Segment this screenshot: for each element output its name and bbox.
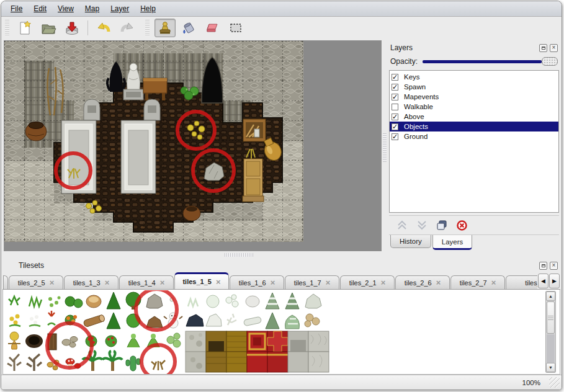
layer-row-spawn[interactable]: ✓ Spawn <box>390 82 558 92</box>
restore-icon <box>542 264 545 267</box>
scrollbar-track[interactable] <box>547 334 555 363</box>
menu-help[interactable]: Help <box>135 3 161 14</box>
tab-close-icon[interactable]: × <box>436 279 441 286</box>
fill-tool-button[interactable] <box>178 19 199 37</box>
close-panel-button[interactable]: × <box>550 262 558 270</box>
tab-close-icon[interactable]: × <box>381 279 386 286</box>
splitter-grip <box>383 133 387 162</box>
layers-panel-titlebar: Layers × <box>389 42 559 54</box>
menu-edit[interactable]: Edit <box>28 3 52 14</box>
layer-label: Spawn <box>404 83 426 91</box>
layer-row-ground[interactable]: ✓ Ground <box>390 131 558 141</box>
stamp-tool-button[interactable] <box>154 19 176 37</box>
checkbox[interactable] <box>392 104 398 110</box>
redo-button[interactable] <box>117 19 138 37</box>
toolbar-grip-2[interactable] <box>145 20 150 36</box>
layer-row-walkable[interactable]: Walkable <box>390 102 558 112</box>
menu-bar: File Edit View Map Layer Help <box>1 1 562 17</box>
supply-crate <box>243 119 266 141</box>
tab-tiles_2_6[interactable]: tiles_2_6× <box>395 275 450 289</box>
tileset-scrollbar[interactable]: ▲ ▼ <box>545 291 556 373</box>
tab-close-icon[interactable]: × <box>491 279 496 286</box>
scroll-tabs-left-button[interactable]: ◀ <box>538 274 548 288</box>
scroll-tabs-right-button[interactable]: ▶ <box>549 274 560 288</box>
tileset-canvas[interactable] <box>4 290 336 375</box>
horizontal-splitter[interactable] <box>1 251 562 259</box>
undo-button[interactable] <box>93 19 114 37</box>
fill-bucket-icon <box>181 20 197 36</box>
layer-list: ✓ Keys ✓ Spawn ✓ Mapevents Walkable ✓ Ab… <box>389 70 559 213</box>
tab-tiles_2_5[interactable]: tiles_2_5× <box>9 275 63 289</box>
splitter-grip <box>225 253 253 257</box>
layer-row-above[interactable]: ✓ Above <box>390 112 558 122</box>
move-layer-down-button[interactable] <box>414 218 430 233</box>
checkbox[interactable]: ✓ <box>392 94 398 100</box>
tab-layers[interactable]: Layers <box>432 235 473 250</box>
layer-row-mapevents[interactable]: ✓ Mapevents <box>390 92 558 102</box>
open-button[interactable] <box>38 19 59 37</box>
layer-label: Keys <box>404 73 420 81</box>
tab-close-icon[interactable]: × <box>50 279 55 286</box>
restore-icon <box>542 47 545 50</box>
tab-close-icon[interactable]: × <box>160 279 165 286</box>
scroll-up-button[interactable]: ▲ <box>546 292 555 301</box>
map-viewport[interactable] <box>4 40 382 251</box>
close-panel-button[interactable]: × <box>550 44 558 52</box>
partial-tab[interactable] <box>3 275 8 289</box>
checkbox[interactable]: ✓ <box>392 84 398 91</box>
move-layer-up-button[interactable] <box>394 218 410 233</box>
duplicate-layer-button[interactable] <box>434 218 450 233</box>
checkbox[interactable]: ✓ <box>392 74 398 81</box>
tab-close-icon[interactable]: × <box>216 278 221 285</box>
layer-row-objects[interactable]: ✓ Objects <box>390 122 558 131</box>
panel-tabs: History Layers <box>389 235 559 251</box>
float-panel-button[interactable] <box>539 44 547 52</box>
scroll-down-button[interactable]: ▼ <box>546 363 555 372</box>
map-canvas[interactable] <box>4 41 303 242</box>
layer-row-keys[interactable]: ✓ Keys <box>390 72 558 82</box>
tab-tiles-partial[interactable]: tiles_ <box>506 275 537 289</box>
tab-tiles_1_6[interactable]: tiles_1_6× <box>230 275 284 289</box>
tab-close-icon[interactable]: × <box>271 279 275 286</box>
eraser-tool-button[interactable] <box>202 19 223 37</box>
layer-label: Walkable <box>404 103 433 110</box>
tab-tiles_2_7[interactable]: tiles_2_7× <box>450 275 505 289</box>
menu-layer[interactable]: Layer <box>105 3 135 14</box>
toolbar-grip[interactable] <box>5 20 9 36</box>
menu-view[interactable]: View <box>52 3 79 14</box>
tilesets-panel: Tilesets × tiles_2_5× tiles_1_3× tiles_1… <box>1 259 562 375</box>
tab-close-icon[interactable]: × <box>105 279 110 286</box>
tab-close-icon[interactable]: × <box>326 279 331 286</box>
checkbox[interactable]: ✓ <box>392 133 398 140</box>
menu-file[interactable]: File <box>5 3 28 14</box>
eraser-icon <box>204 20 220 36</box>
vertical-splitter[interactable] <box>382 40 388 251</box>
tab-tiles_1_5[interactable]: tiles_1_5× <box>174 272 229 289</box>
tab-history[interactable]: History <box>390 235 431 248</box>
tab-tiles_1_7[interactable]: tiles_1_7× <box>285 275 339 289</box>
scrollbar-thumb[interactable] <box>547 301 555 334</box>
tab-tiles_1_3[interactable]: tiles_1_3× <box>64 275 119 289</box>
resize-grip[interactable] <box>549 377 560 388</box>
tileset-view[interactable]: ▲ ▼ <box>2 290 560 375</box>
tab-tiles_2_1[interactable]: tiles_2_1× <box>340 275 395 289</box>
tileset-tabstrip: tiles_2_5× tiles_1_3× tiles_1_4× tiles_1… <box>3 272 537 289</box>
checkbox[interactable]: ✓ <box>392 114 398 120</box>
open-folder-icon <box>40 20 56 36</box>
opacity-slider-handle[interactable] <box>542 57 558 66</box>
new-file-button[interactable] <box>14 19 35 37</box>
opacity-slider[interactable] <box>423 56 558 66</box>
opacity-row: Opacity: <box>389 54 559 69</box>
float-panel-button[interactable] <box>539 262 547 270</box>
undo-icon <box>96 20 112 36</box>
checkbox[interactable]: ✓ <box>392 123 398 130</box>
layer-label: Above <box>404 113 424 120</box>
status-bar: 100% <box>1 375 562 390</box>
stone-monument <box>61 120 96 194</box>
tab-tiles_1_4[interactable]: tiles_1_4× <box>119 275 174 289</box>
tombstone-2 <box>144 99 160 120</box>
menu-map[interactable]: Map <box>79 3 105 14</box>
delete-layer-button[interactable] <box>454 218 470 233</box>
save-button[interactable] <box>61 19 83 37</box>
select-tool-button[interactable] <box>225 19 246 37</box>
